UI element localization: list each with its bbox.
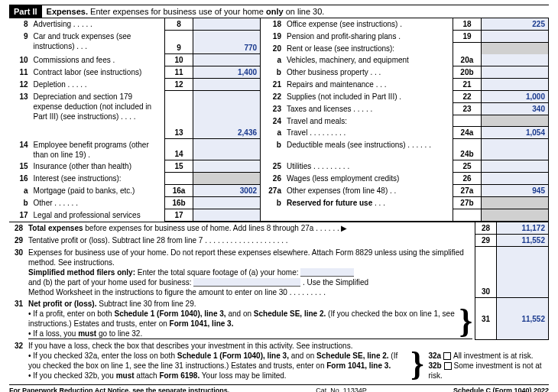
line-32-num: 32 xyxy=(9,340,26,382)
line-31-num: 31 xyxy=(9,298,26,340)
line-9-desc: Car and truck expenses (see instructions… xyxy=(31,31,165,54)
line-28-val[interactable]: 11,172 xyxy=(497,222,549,235)
line-27a-box: 27a xyxy=(453,185,481,197)
line-10-desc: Commissions and fees . xyxy=(31,54,165,66)
line-15-box: 15 xyxy=(165,160,193,173)
line-14-desc: Employee benefit programs (other than on… xyxy=(31,139,165,160)
brace-icon: } xyxy=(459,303,472,340)
line-19-num: 19 xyxy=(261,31,284,43)
line-24a-box: 24a xyxy=(453,127,481,139)
line-24a-val[interactable]: 1,054 xyxy=(481,127,548,139)
line-20a-val[interactable] xyxy=(481,54,548,66)
line-9-box: 9 xyxy=(165,31,193,54)
line-26-val[interactable] xyxy=(481,173,548,185)
line-28-box: 28 xyxy=(475,222,497,235)
line-9-val[interactable]: 770 xyxy=(193,31,260,54)
line-14-num: 14 xyxy=(9,139,31,160)
line-12-val[interactable] xyxy=(193,79,260,91)
line-24b-desc: Deductible meals (see instructions) . . … xyxy=(284,139,453,160)
line-31-val[interactable]: 11,552 xyxy=(497,298,549,340)
part-title: Expenses. Enter expenses for business us… xyxy=(42,5,329,18)
line-23-num: 23 xyxy=(261,103,284,115)
line-29-val[interactable]: 11,552 xyxy=(497,235,549,247)
line-17-desc: Legal and professional services xyxy=(31,209,165,222)
line-20a-num: a xyxy=(261,54,284,66)
line-31-box: 31 xyxy=(475,298,497,340)
line-25-num: 25 xyxy=(261,160,284,173)
line-14-box: 14 xyxy=(165,139,193,160)
line-30-val[interactable] xyxy=(497,247,549,298)
line-11-val[interactable]: 1,400 xyxy=(193,66,260,79)
line-13-num: 13 xyxy=(9,91,31,139)
footer-left: For Paperwork Reduction Act Notice, see … xyxy=(9,387,229,392)
line-25-val[interactable] xyxy=(481,160,548,173)
line-18-val[interactable]: 225 xyxy=(481,18,548,31)
line-18-desc: Office expense (see instructions) . xyxy=(284,18,453,31)
line-24a-desc: Travel . . . . . . . . . xyxy=(284,127,453,139)
line-30-sqft-b[interactable] xyxy=(193,278,300,287)
line-26-num: 26 xyxy=(261,173,284,185)
line-8-num: 8 xyxy=(9,18,31,31)
checkbox-32a[interactable] xyxy=(443,352,451,360)
line-11-desc: Contract labor (see instructions) xyxy=(31,66,165,79)
line-23-desc: Taxes and licenses . . . . . xyxy=(284,103,453,115)
line-17-num: 17 xyxy=(9,209,31,222)
line-30-sqft-a[interactable] xyxy=(300,268,354,277)
line-20-desc: Rent or lease (see instructions): xyxy=(284,43,453,54)
checkbox-32a-row: 32a All investment is at risk. xyxy=(429,351,547,361)
line-10-num: 10 xyxy=(9,54,31,66)
brace-icon: } xyxy=(410,345,423,383)
line-25-box: 25 xyxy=(453,160,481,173)
line-16b-val[interactable] xyxy=(193,197,260,209)
line-15-num: 15 xyxy=(9,160,31,173)
line-15-desc: Insurance (other than health) xyxy=(31,160,165,173)
line-16a-num: a xyxy=(9,185,31,197)
line-16a-val[interactable]: 3002 xyxy=(193,185,260,197)
line-8-val[interactable] xyxy=(193,18,260,31)
line-12-num: 12 xyxy=(9,79,31,91)
line-18-num: 18 xyxy=(261,18,284,31)
page-footer: For Paperwork Reduction Act Notice, see … xyxy=(9,384,549,392)
line-27b-desc: Reserved for future use . . . xyxy=(284,197,453,209)
footer-right: Schedule C (Form 1040) 2022 xyxy=(453,387,549,392)
line-13-val[interactable]: 2,436 xyxy=(193,91,260,139)
line-23-val[interactable]: 340 xyxy=(481,103,548,115)
line-16-desc: Interest (see instructions): xyxy=(31,173,165,185)
line-16a-desc: Mortgage (paid to banks, etc.) xyxy=(31,185,165,197)
line-27b-num: b xyxy=(261,197,284,209)
line-20b-val[interactable] xyxy=(481,66,548,79)
line-20b-num: b xyxy=(261,66,284,79)
totals-grid: 28 Total expenses before expenses for bu… xyxy=(9,222,549,381)
line-9-num: 9 xyxy=(9,31,31,54)
line-23-box: 23 xyxy=(453,103,481,115)
line-27a-val[interactable]: 945 xyxy=(481,185,548,197)
line-26-box: 26 xyxy=(453,173,481,185)
checkbox-32b[interactable] xyxy=(444,362,452,370)
line-32-desc: If you have a loss, check the box that d… xyxy=(26,340,549,382)
line-17-val[interactable] xyxy=(193,209,260,222)
line-10-val[interactable] xyxy=(193,54,260,66)
line-16b-num: b xyxy=(9,197,31,209)
line-15-val[interactable] xyxy=(193,160,260,173)
line-16b-box: 16b xyxy=(165,197,193,209)
line-14-val[interactable] xyxy=(193,139,260,160)
line-22-val[interactable]: 1,000 xyxy=(481,91,548,103)
line-20-num: 20 xyxy=(261,43,284,54)
line-21-num: 21 xyxy=(261,79,284,91)
line-13-desc: Depreciation and section 179 expense ded… xyxy=(31,91,165,139)
line-12-box: 12 xyxy=(165,79,193,91)
line-21-box: 21 xyxy=(453,79,481,91)
line-11-num: 11 xyxy=(9,66,31,79)
line-21-val[interactable] xyxy=(481,79,548,91)
line-19-val[interactable] xyxy=(481,31,548,43)
line-24b-val[interactable] xyxy=(481,139,548,160)
line-12-desc: Depletion . . . . . xyxy=(31,79,165,91)
line-11-box: 11 xyxy=(165,66,193,79)
line-13-box: 13 xyxy=(165,91,193,139)
line-28-num: 28 xyxy=(9,222,26,235)
part-header: Part II Expenses. Enter expenses for bus… xyxy=(9,5,549,18)
checkbox-32b-row: 32b Some investment is not at risk. xyxy=(429,361,547,381)
line-18-box: 18 xyxy=(453,18,481,31)
line-25-desc: Utilities . . . . . . . . . xyxy=(284,160,453,173)
line-8-box: 8 xyxy=(165,18,193,31)
